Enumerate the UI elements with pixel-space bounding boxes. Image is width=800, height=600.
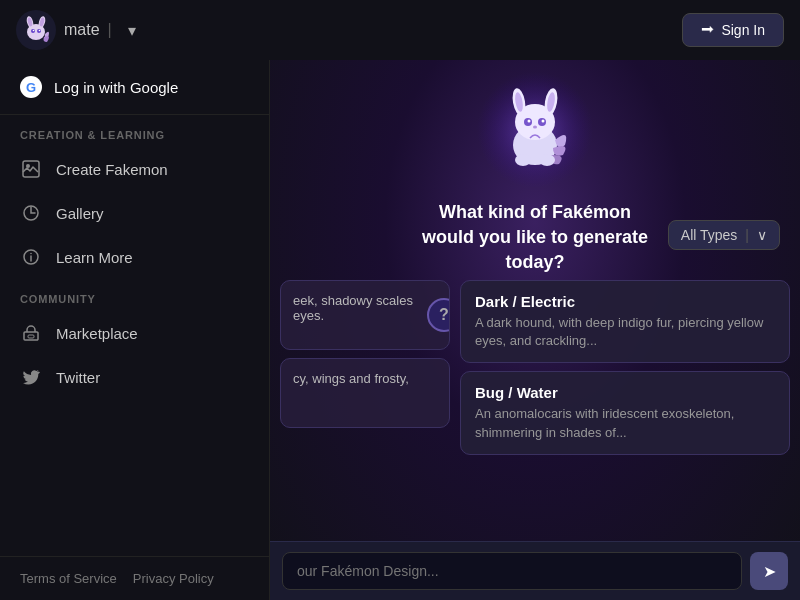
type-card-desc-0: A dark hound, with deep indigo fur, pier… [475,314,775,350]
sign-in-label: Sign In [721,22,765,38]
main-content: What kind of Fakémon would you like to g… [270,60,800,600]
svg-point-15 [30,253,32,255]
type-card-title-0: Dark / Electric [475,293,775,310]
right-cards: Dark / Electric A dark hound, with deep … [460,280,790,455]
sign-in-button[interactable]: ⮕ Sign In [682,13,784,47]
type-card-title-1: Bug / Water [475,384,775,401]
svg-point-30 [515,154,531,166]
hero-text: What kind of Fakémon would you like to g… [422,200,648,276]
left-card-0: eek, shadowy scales eyes. ? [280,280,450,350]
left-card-text-0: eek, shadowy scales eyes. [293,293,413,323]
svg-rect-17 [28,335,34,338]
left-card-1: cy, wings and frosty, [280,358,450,428]
design-input[interactable] [282,552,742,590]
type-selector-label: All Types [681,227,738,243]
info-icon [20,246,42,268]
topbar-left: mate | ▾ [16,10,144,50]
chevron-down-icon: ∨ [757,227,767,243]
section-header-creation: Creation & Learning [0,115,269,147]
type-selector[interactable]: All Types | ∨ [668,220,780,250]
google-login-button[interactable]: G Log in with Google [0,60,269,115]
hero-section: What kind of Fakémon would you like to g… [270,60,800,290]
type-card-0[interactable]: Dark / Electric A dark hound, with deep … [460,280,790,363]
sidebar-item-gallery[interactable]: Gallery [0,191,269,235]
cards-area: eek, shadowy scales eyes. ? cy, wings an… [280,280,790,455]
type-card-1[interactable]: Bug / Water An anomalocaris with iridesc… [460,371,790,454]
logo-icon [16,10,56,50]
left-card-text-1: cy, wings and frosty, [293,371,409,386]
svg-point-27 [528,120,531,123]
send-button[interactable]: ➤ [750,552,788,590]
gallery-icon [20,202,42,224]
marketplace-icon [20,322,42,344]
gallery-label: Gallery [56,205,104,222]
google-letter: G [26,80,36,95]
topbar: mate | ▾ ⮕ Sign In [0,0,800,60]
google-login-label: Log in with Google [54,79,178,96]
svg-point-29 [533,126,537,129]
sidebar-footer: Terms of Service Privacy Policy [0,556,269,600]
image-icon [20,158,42,180]
svg-point-31 [539,154,555,166]
hero-line3: today? [422,250,648,275]
svg-point-28 [542,120,545,123]
sidebar-top: G Log in with Google Creation & Learning… [0,60,269,399]
send-icon: ➤ [763,562,776,581]
sidebar: G Log in with Google Creation & Learning… [0,60,270,600]
topbar-dropdown-button[interactable]: ▾ [120,18,144,42]
topbar-pipe: | [108,21,112,39]
twitter-icon [20,366,42,388]
terms-of-service-link[interactable]: Terms of Service [20,571,117,586]
type-card-desc-1: An anomalocaris with iridescent exoskele… [475,405,775,441]
left-cards: eek, shadowy scales eyes. ? cy, wings an… [280,280,450,455]
hero-line1: What kind of Fakémon [422,200,648,225]
sign-in-icon: ⮕ [701,22,715,38]
section-header-community: Community [0,279,269,311]
sidebar-item-learn-more[interactable]: Learn More [0,235,269,279]
question-circle[interactable]: ? [427,298,450,332]
learn-more-label: Learn More [56,249,133,266]
hero-line2: would you like to generate [422,225,648,250]
create-fakemon-label: Create Fakemon [56,161,168,178]
sidebar-item-create-fakemon[interactable]: Create Fakemon [0,147,269,191]
google-icon: G [20,76,42,98]
topbar-title: mate | ▾ [64,18,144,42]
fakemon-hero-image [475,70,595,190]
svg-point-8 [33,30,35,32]
svg-point-9 [39,30,41,32]
question-mark: ? [439,306,449,324]
type-selector-divider: | [745,227,749,243]
marketplace-label: Marketplace [56,325,138,342]
twitter-label: Twitter [56,369,100,386]
sidebar-item-twitter[interactable]: Twitter [0,355,269,399]
privacy-policy-link[interactable]: Privacy Policy [133,571,214,586]
sidebar-item-marketplace[interactable]: Marketplace [0,311,269,355]
input-bar: ➤ [270,541,800,600]
svg-rect-16 [24,332,38,340]
topbar-title-text: mate [64,21,100,39]
main-layout: G Log in with Google Creation & Learning… [0,60,800,600]
